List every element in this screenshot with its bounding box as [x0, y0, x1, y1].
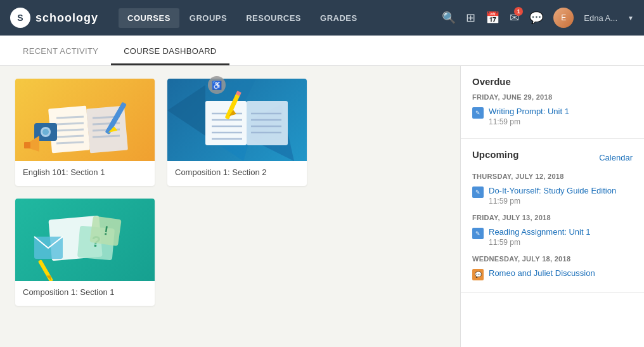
course-card-comp1[interactable]: ? ! Composition 1: Section 1 [15, 199, 155, 306]
tab-course-dashboard[interactable]: COURSE DASHBOARD [111, 39, 229, 65]
assignment-icon-overdue: ✎ [472, 107, 484, 119]
course-card-comp2[interactable]: Composition 1: Section 2 [167, 79, 307, 186]
upcoming-item-link-1[interactable]: Do-It-Yourself: Study Guide Edition [489, 186, 633, 197]
upcoming-item-content-3: Romeo and Juliet Discussion [489, 268, 633, 279]
overdue-title: Overdue [472, 76, 633, 87]
calendar-link[interactable]: Calendar [599, 153, 633, 162]
upcoming-date-3: WEDNESDAY, JULY 18, 2018 [472, 255, 633, 263]
logo-icon: S [10, 8, 30, 28]
upcoming-item-3: 💬 Romeo and Juliet Discussion [472, 266, 633, 282]
assignment-icon-upcoming-1: ✎ [472, 187, 484, 198]
svg-line-2 [56, 117, 84, 118]
messages-icon[interactable]: ✉ 1 [510, 11, 519, 25]
upcoming-item-time-2: 11:59 pm [489, 238, 633, 247]
sidebar: Overdue FRIDAY, JUNE 29, 2018 ✎ Writing … [460, 66, 644, 347]
upcoming-item-content-2: Reading Assignment: Unit 1 11:59 pm [489, 227, 633, 247]
nav-resources[interactable]: RESOURCES [237, 8, 310, 28]
svg-line-10 [93, 136, 120, 137]
tabs-bar: RECENT ACTIVITY COURSE DASHBOARD [0, 36, 644, 66]
nav-links: COURSES GROUPS RESOURCES GRADES [119, 8, 366, 28]
logo[interactable]: S schoology [10, 8, 98, 28]
course-thumbnail-english [15, 79, 155, 161]
course-title-comp1: Composition 1: Section 1 [15, 281, 155, 306]
navbar: S schoology COURSES GROUPS RESOURCES GRA… [0, 0, 644, 36]
svg-rect-17 [24, 142, 30, 148]
overdue-item-link-1[interactable]: Writing Prompt: Unit 1 [489, 107, 633, 117]
svg-line-5 [56, 136, 84, 137]
upcoming-date-2: FRIDAY, JULY 13, 2018 [472, 214, 633, 221]
svg-line-3 [56, 123, 84, 124]
apps-icon[interactable]: ⊞ [466, 11, 475, 25]
upcoming-date-1: THURSDAY, JULY 12, 2018 [472, 173, 633, 180]
assignment-icon-upcoming-2: ✎ [472, 228, 484, 239]
upcoming-item-link-3[interactable]: Romeo and Juliet Discussion [489, 268, 633, 279]
svg-rect-41 [38, 259, 53, 281]
logo-letter: S [17, 13, 23, 23]
chat-icon[interactable]: 💬 [529, 11, 543, 25]
course-area: ♿ [0, 66, 460, 347]
nav-grades[interactable]: GRADES [311, 8, 366, 28]
upcoming-section: Upcoming Calendar THURSDAY, JULY 12, 201… [461, 139, 644, 293]
overdue-item-1: ✎ Writing Prompt: Unit 1 11:59 pm [472, 105, 633, 128]
nav-courses[interactable]: COURSES [119, 8, 179, 28]
accessibility-icon[interactable]: ♿ [208, 76, 226, 94]
upcoming-item-content-1: Do-It-Yourself: Study Guide Edition 11:5… [489, 186, 633, 206]
username[interactable]: Edna A... [584, 13, 617, 23]
course-thumbnail-comp1: ? ! [15, 199, 155, 281]
discussion-icon-upcoming-3: 💬 [472, 269, 484, 280]
caret-down-icon[interactable]: ▼ [628, 15, 634, 22]
comp1-illustration: ? ! [15, 199, 155, 281]
overdue-item-content: Writing Prompt: Unit 1 11:59 pm [489, 107, 633, 126]
upcoming-item-link-2[interactable]: Reading Assignment: Unit 1 [489, 227, 633, 238]
nav-groups[interactable]: GROUPS [181, 8, 236, 28]
comp2-illustration [167, 79, 307, 161]
overdue-date-1: FRIDAY, JUNE 29, 2018 [472, 93, 633, 101]
main-layout: ♿ [0, 66, 644, 347]
upcoming-header: Upcoming Calendar [472, 149, 633, 166]
upcoming-title: Upcoming [472, 149, 518, 160]
course-title-comp2: Composition 1: Section 2 [167, 161, 307, 186]
overdue-section: Overdue FRIDAY, JUNE 29, 2018 ✎ Writing … [461, 66, 644, 139]
overdue-item-time-1: 11:59 pm [489, 117, 633, 126]
course-card-english[interactable]: English 101: Section 1 [15, 79, 155, 186]
svg-marker-18 [167, 85, 205, 136]
search-icon[interactable]: 🔍 [442, 11, 456, 25]
svg-point-15 [42, 129, 49, 135]
course-grid: English 101: Section 1 [15, 79, 445, 306]
nav-icons: 🔍 ⊞ 📅 ✉ 1 💬 E Edna A... ▼ [442, 8, 634, 28]
course-title-english: English 101: Section 1 [15, 161, 155, 186]
english-illustration [15, 79, 155, 161]
course-thumbnail-comp2 [167, 79, 307, 161]
upcoming-item-1: ✎ Do-It-Yourself: Study Guide Edition 11… [472, 184, 633, 207]
upcoming-item-2: ✎ Reading Assignment: Unit 1 11:59 pm [472, 225, 633, 249]
upcoming-item-time-1: 11:59 pm [489, 197, 633, 206]
avatar[interactable]: E [553, 8, 574, 28]
notification-badge: 1 [514, 7, 523, 16]
logo-text: schoology [35, 11, 98, 25]
svg-line-6 [56, 142, 84, 143]
svg-rect-23 [247, 101, 288, 145]
tab-recent-activity[interactable]: RECENT ACTIVITY [10, 39, 111, 65]
calendar-icon[interactable]: 📅 [486, 11, 499, 25]
svg-line-4 [56, 129, 84, 131]
